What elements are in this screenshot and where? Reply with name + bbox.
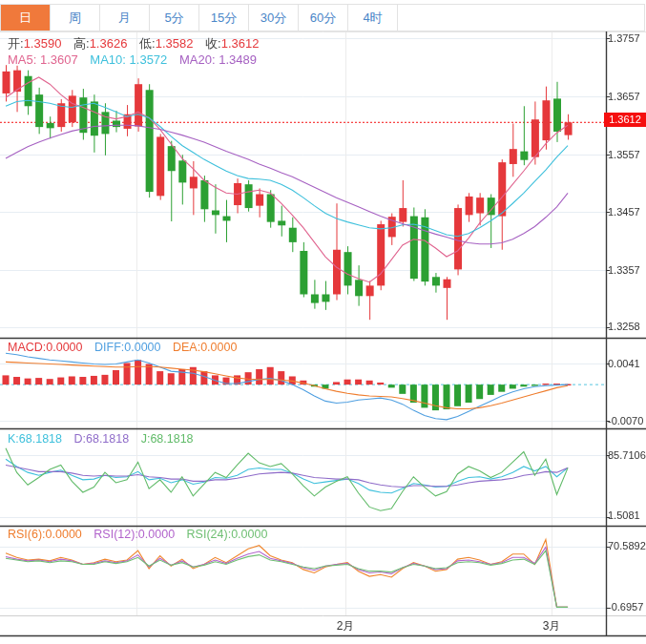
high-value: 1.3626	[90, 36, 128, 51]
x-tick-mar: 3月	[531, 618, 573, 634]
rsi6-value: 0.0000	[46, 528, 82, 541]
ma5-value: 1.3607	[40, 52, 78, 67]
ma20-value: 1.3489	[219, 52, 257, 67]
x-tick-feb: 2月	[324, 618, 366, 634]
tab-5min[interactable]: 5分	[150, 5, 199, 31]
tab-30min[interactable]: 30分	[249, 5, 299, 31]
tab-4hour[interactable]: 4时	[348, 5, 398, 31]
macd-tick-high: 0.0041	[608, 358, 640, 369]
close-value: 1.3612	[221, 36, 260, 51]
tab-monthly[interactable]: 月	[100, 5, 150, 31]
dea-value: 0.0000	[200, 341, 237, 354]
rsi24-value: 0.0000	[231, 528, 267, 541]
k-value: 68.1818	[19, 432, 62, 446]
d-label: D:	[73, 432, 86, 446]
tab-60min[interactable]: 60分	[299, 5, 348, 31]
kdj-readout: K:68.1818 D:68.1818 J:68.1818	[8, 432, 202, 446]
low-value: 1.3582	[156, 36, 194, 51]
ma10-value: 1.3572	[130, 52, 168, 67]
open-label: 开:	[8, 36, 24, 51]
y-tick-1-3557: 1.3557	[608, 149, 640, 160]
last-price-badge: 1.3612	[604, 113, 646, 127]
kdj-tick-high: 85.7106	[608, 449, 646, 461]
tab-weekly[interactable]: 周	[51, 5, 100, 31]
rsi-readout: RSI(6):0.0000 RSI(12):0.0000 RSI(24):0.0…	[8, 528, 276, 541]
kdj-tick-low: 1.5081	[608, 509, 640, 521]
high-label: 高:	[73, 36, 90, 51]
k-label: K:	[8, 432, 19, 446]
ma20-label: MA20:	[179, 52, 216, 67]
y-tick-1-3657: 1.3657	[608, 91, 640, 102]
trading-chart-window: 日 周 月 5分 15分 30分 60分 4时 开:1.3590 高:1.362…	[0, 0, 646, 644]
tab-15min[interactable]: 15分	[199, 5, 249, 31]
ma10-label: MA10:	[90, 52, 126, 67]
close-label: 收:	[205, 36, 221, 51]
rsi12-value: 0.0000	[138, 528, 175, 541]
macd-label: MACD:	[8, 341, 46, 354]
y-tick-1-3357: 1.3357	[608, 264, 640, 276]
macd-tick-low: -0.0070	[608, 415, 643, 426]
macd-value: 0.0000	[46, 341, 82, 354]
tabbar-spacer	[398, 5, 644, 31]
rsi12-label: RSI(12):	[94, 528, 138, 541]
open-value: 1.3590	[24, 36, 62, 51]
rsi-tick-low: -0.6957	[608, 601, 643, 613]
rsi6-label: RSI(6):	[8, 528, 46, 541]
diff-value: 0.0000	[124, 341, 160, 354]
y-tick-1-3757: 1.3757	[608, 32, 640, 44]
j-value: 68.1818	[150, 432, 193, 446]
diff-label: DIFF:	[94, 341, 124, 354]
y-tick-1-3457: 1.3457	[608, 206, 640, 218]
dea-label: DEA:	[173, 341, 200, 354]
ma-readout: MA5: 1.3607 MA10: 1.3572 MA20: 1.3489	[8, 52, 265, 67]
rsi24-label: RSI(24):	[187, 528, 232, 541]
period-tabbar: 日 周 月 5分 15分 30分 60分 4时	[0, 4, 645, 31]
ma5-label: MA5:	[8, 52, 36, 67]
price-chart-canvas[interactable]	[0, 0, 646, 644]
y-tick-1-3258: 1.3258	[608, 321, 640, 332]
tab-daily[interactable]: 日	[1, 5, 51, 31]
macd-readout: MACD:0.0000 DIFF:0.0000 DEA:0.0000	[8, 341, 245, 354]
rsi-tick-high: 70.5892	[608, 540, 646, 551]
ohlc-readout: 开:1.3590 高:1.3626 低:1.3582 收:1.3612	[8, 35, 267, 52]
low-label: 低:	[139, 36, 156, 51]
j-label: J:	[141, 432, 151, 446]
d-value: 68.1818	[86, 432, 129, 446]
